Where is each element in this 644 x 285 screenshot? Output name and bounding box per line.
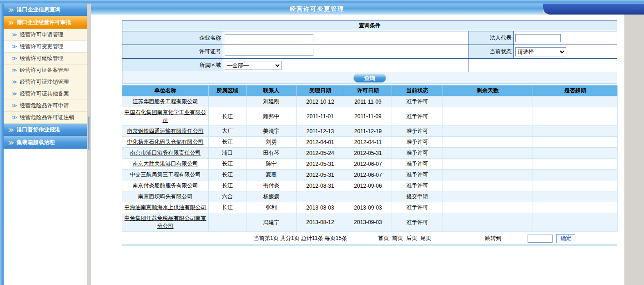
region-select[interactable]: —全部— — [225, 61, 282, 70]
right-frame-strip — [624, 15, 644, 285]
table-cell — [344, 191, 392, 202]
first-page-link[interactable]: 首页 — [378, 235, 389, 242]
table-cell: 长江 — [209, 159, 247, 170]
table-cell — [533, 202, 618, 213]
application-window: ≫港口企业信息查询≫港口企业经营许可审批≫经营许可申请管理≫经营许可变更管理≫经… — [0, 0, 644, 285]
double-arrow-icon: ≫ — [12, 67, 17, 73]
table-cell: 准予许可 — [392, 137, 443, 148]
table-cell: 2012-09-06 — [344, 180, 392, 191]
table-cell — [533, 126, 618, 137]
table-row: 南京钢铁四通运输有限责任公司大厂姜漫宇2011-12-132011-12-19准… — [122, 126, 618, 137]
prev-page-link[interactable]: 前页 — [392, 235, 403, 242]
company-link[interactable]: 中交三航局第三工程有限公司 — [130, 171, 201, 178]
table-row: 中免集团江苏免税品有限公司南京分公司冯建宁2013-08-122013-09-0… — [122, 213, 618, 232]
sidebar-item-label: 经营许可证备案管理 — [20, 66, 69, 74]
table-row: 中海油南京顺海水上供油有限公司长江张利2013-08-032013-09-03准… — [122, 202, 618, 213]
pagination-bar: 当前第1页 共分1页 总计11条 每页15条 首页 前页 后页 尾页 跳转到 确… — [122, 232, 617, 245]
splitter-handle[interactable] — [88, 116, 90, 150]
company-link[interactable]: 南京市浦口港务有限责任公司 — [130, 150, 201, 156]
company-link[interactable]: 南京付炎船舶服务有限公司 — [133, 182, 198, 189]
table-cell — [443, 180, 533, 191]
current-status-select[interactable]: 请选择 — [515, 47, 566, 56]
table-row: 南京付炎船舶服务有限公司长江韦付炎2012-08-312012-09-06准予许… — [122, 180, 618, 191]
sidebar-item-label: 经营许可申请管理 — [20, 31, 64, 39]
double-arrow-icon: ≫ — [12, 44, 17, 50]
company-name-input[interactable] — [225, 34, 313, 42]
sidebar-item[interactable]: ≫经营危险品许可申请 — [4, 100, 87, 112]
sidebar-item[interactable]: ≫经营许可申请管理 — [4, 29, 87, 41]
table-cell: 六合 — [209, 191, 247, 202]
jump-page-input[interactable] — [528, 235, 553, 243]
sidebar-item-label: 经营危险品许可申请 — [20, 102, 69, 110]
confirm-jump-button[interactable]: 确定 — [556, 234, 575, 243]
table-cell — [443, 107, 533, 126]
column-header: 联系人 — [247, 85, 297, 96]
company-name-cell: 中交三航局第三工程有限公司 — [122, 170, 209, 180]
license-number-input[interactable] — [225, 48, 313, 56]
sidebar-item[interactable]: ≫经营许可延续管理 — [4, 53, 87, 65]
table-row: 南京西坝码头有限公司六合杨媛媛提交申请 — [122, 191, 618, 202]
sidebar-item[interactable]: ≫港口普货作业报港 — [4, 124, 87, 136]
table-cell: 2013-08-03 — [297, 202, 344, 213]
table-cell: 准予许可 — [392, 170, 443, 180]
splitter-gutter — [87, 4, 91, 285]
company-name-cell: 南京付炎船舶服务有限公司 — [122, 180, 209, 191]
double-arrow-icon: ≫ — [12, 103, 17, 109]
column-header: 是否超期 — [533, 85, 618, 96]
table-cell: 顾邦中 — [247, 107, 297, 126]
company-link[interactable]: 中免集团江苏免税品有限公司南京分公司 — [125, 215, 206, 229]
sidebar-item[interactable]: ≫集装箱超载治理 — [4, 136, 87, 149]
sidebar-item-label: 港口普货作业报港 — [17, 126, 60, 134]
table-cell: 2012-06-07 — [344, 170, 392, 180]
search-button[interactable]: 查询 — [353, 74, 386, 83]
query-panel-title: 查询条件 — [122, 20, 617, 31]
column-header: 当前状态 — [392, 85, 443, 96]
table-cell: 刘勇 — [247, 137, 297, 148]
table-cell: 2012-08-31 — [297, 180, 344, 191]
legal-person-label: 法人代表 — [468, 31, 514, 45]
sidebar-item[interactable]: ≫经营许可证备案管理 — [4, 65, 87, 76]
table-cell: 2011-12-19 — [344, 126, 392, 137]
query-button-row: 查询 — [122, 72, 617, 84]
sidebar-item-label: 经营许可证其他备案 — [20, 90, 69, 98]
page-title: 经营许可变更管理 — [91, 4, 543, 15]
table-cell: 张利 — [247, 202, 297, 213]
sidebar-item[interactable]: ≫经营许可变更管理 — [4, 41, 87, 53]
sidebar-item[interactable]: ≫经营危险品许可证注销 — [4, 112, 87, 124]
company-name-cell: 中化扬州石化码头仓储有限公司 — [122, 137, 209, 148]
table-row: 南京大胜关港港口有限公司长江陈宁2012-05-312012-06-07准予许可 — [122, 159, 618, 170]
table-cell — [533, 191, 618, 202]
table-cell: 2013-08-12 — [297, 213, 344, 232]
legal-person-input[interactable] — [515, 34, 561, 42]
table-cell — [443, 213, 533, 232]
last-page-link[interactable]: 尾页 — [420, 235, 431, 242]
table-cell — [443, 96, 533, 107]
company-link[interactable]: 中化扬州石化码头仓储有限公司 — [127, 139, 204, 145]
table-cell — [443, 159, 533, 170]
sidebar-item[interactable]: ≫经营许可证注销管理 — [4, 76, 87, 88]
table-cell: 2011-12-13 — [297, 126, 344, 137]
column-header: 受理日期 — [297, 85, 344, 96]
company-name-cell: 南京大胜关港港口有限公司 — [122, 159, 209, 170]
pagination-summary: 当前第1页 共分1页 总计11条 每页15条 — [254, 235, 347, 242]
header-corner-decoration: ··· — [543, 4, 644, 15]
sidebar-item[interactable]: ≫港口企业经营许可审批 — [4, 16, 87, 29]
sidebar-item[interactable]: ≫经营许可证其他备案 — [4, 88, 87, 100]
sidebar-item[interactable]: ≫港口企业信息查询 — [4, 4, 87, 16]
table-cell — [533, 170, 618, 180]
sidebar-item-label: 经营许可延续管理 — [20, 55, 64, 62]
company-link[interactable]: 南京钢铁四通运输有限责任公司 — [127, 128, 204, 134]
content-area: 查询条件 企业名称 法人代表 许可证号 当前状态 — [91, 15, 624, 285]
company-name-cell: 中免集团江苏免税品有限公司南京分公司 — [122, 213, 209, 232]
page-header: 经营许可变更管理 ··· — [91, 4, 644, 15]
column-header: 单位名称 — [122, 85, 209, 96]
company-link[interactable]: 南京大胜关港港口有限公司 — [133, 160, 198, 167]
sidebar-item-label: 港口企业经营许可审批 — [17, 19, 71, 26]
table-cell: 2012-10-12 — [297, 96, 344, 107]
company-link[interactable]: 江苏华西船务工程有限公司 — [133, 98, 198, 105]
table-cell: 2011-11-01 — [297, 107, 344, 126]
company-link[interactable]: 中国石化集团南京化学工业有限公司 — [125, 109, 206, 123]
company-link[interactable]: 中海油南京顺海水上供油有限公司 — [125, 204, 206, 210]
double-arrow-icon: ≫ — [12, 55, 17, 61]
next-page-link[interactable]: 后页 — [406, 235, 417, 242]
